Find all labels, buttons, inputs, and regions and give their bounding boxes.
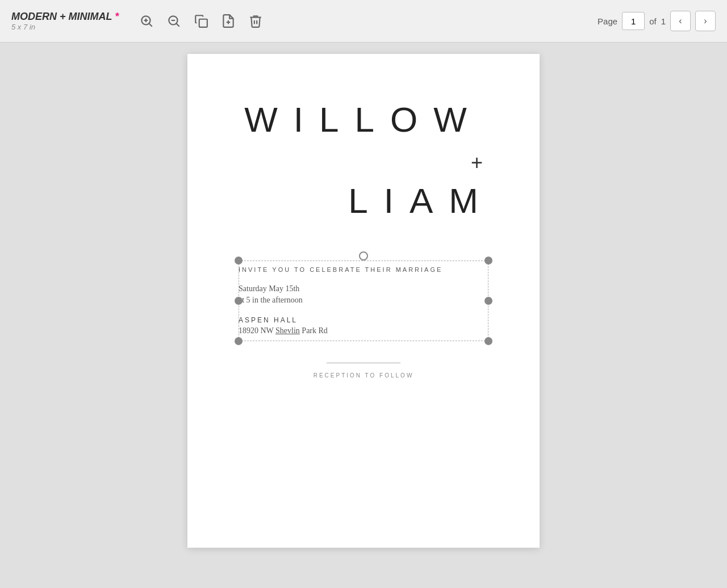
name-willow: WILLOW — [244, 99, 482, 140]
page-of-text: of — [649, 16, 657, 26]
name-liam: LIAM — [348, 180, 517, 221]
delete-icon — [248, 14, 263, 28]
delete-button[interactable] — [245, 10, 266, 32]
prev-page-button[interactable]: ‹ — [670, 11, 691, 31]
venue-address: 18920 NW Shevlin Park Rd — [239, 326, 488, 335]
text-content: INVITE YOU TO CELEBRATE THEIR MARRIAGE S… — [239, 261, 488, 341]
add-page-button[interactable] — [218, 10, 239, 32]
page-total: 1 — [661, 16, 666, 26]
venue-name: ASPEN HALL — [239, 316, 488, 324]
handle-bottom-left[interactable] — [235, 337, 243, 345]
handle-mid-right[interactable] — [484, 297, 492, 305]
handle-mid-left[interactable] — [235, 297, 243, 305]
svg-line-5 — [176, 23, 179, 27]
invitation-card: WILLOW + LIAM INVITE YOU TO CELEBRATE TH… — [187, 54, 540, 548]
add-page-icon — [221, 14, 236, 28]
title-text: MODERN + MINIMAL — [11, 11, 112, 22]
date-text: Saturday May 15th — [239, 284, 488, 293]
time-text: at 5 in the afternoon — [239, 296, 488, 305]
address-pre: 18920 NW — [239, 326, 275, 335]
handle-bottom-right[interactable] — [484, 337, 492, 345]
document-title: MODERN + MINIMAL * — [11, 11, 119, 23]
page-label: Page — [598, 16, 617, 26]
reception-text: RECEPTION TO FOLLOW — [314, 372, 414, 379]
next-page-button[interactable]: › — [695, 11, 716, 31]
handle-top-left[interactable] — [235, 257, 243, 264]
address-link[interactable]: Shevlin — [275, 326, 300, 335]
copy-button[interactable] — [190, 10, 212, 32]
plus-symbol: + — [210, 151, 517, 175]
text-box-selected[interactable]: INVITE YOU TO CELEBRATE THEIR MARRIAGE S… — [239, 261, 488, 341]
toolbar: MODERN + MINIMAL * 5 x 7 in — [0, 0, 727, 43]
page-navigation: Page of 1 ‹ › — [598, 11, 716, 31]
canvas-area: WILLOW + LIAM INVITE YOU TO CELEBRATE TH… — [0, 43, 727, 588]
address-post: Park Rd — [300, 326, 328, 335]
title-block: MODERN + MINIMAL * 5 x 7 in — [11, 11, 119, 31]
unsaved-indicator: * — [115, 11, 119, 22]
copy-icon — [194, 14, 208, 28]
document-size: 5 x 7 in — [11, 23, 119, 31]
zoom-out-icon — [166, 14, 181, 28]
zoom-out-button[interactable] — [163, 10, 185, 32]
handle-top-center[interactable] — [359, 251, 368, 261]
svg-rect-7 — [199, 19, 207, 27]
divider-line — [327, 363, 400, 363]
page-number-input[interactable] — [622, 12, 645, 30]
invite-text: INVITE YOU TO CELEBRATE THEIR MARRIAGE — [239, 266, 488, 273]
handle-top-right[interactable] — [484, 257, 492, 264]
zoom-in-button[interactable] — [136, 10, 157, 32]
svg-line-1 — [149, 23, 152, 27]
zoom-in-icon — [139, 14, 154, 28]
